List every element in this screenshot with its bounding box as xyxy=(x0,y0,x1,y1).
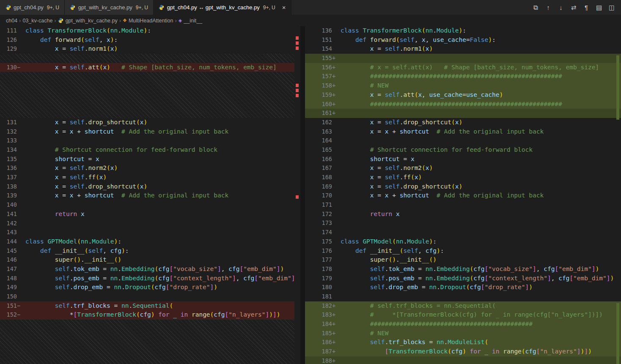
code-line[interactable]: 141 return x xyxy=(0,210,294,219)
code-line[interactable]: 177 super().__init__() xyxy=(305,255,621,265)
code-line[interactable]: 144class GPTModel(nn.Module): xyxy=(0,237,294,246)
code-line[interactable]: 175class GPTModel(nn.Module): xyxy=(305,237,621,246)
tab-title: gpt_ch04.py xyxy=(14,4,44,11)
code-line[interactable]: 146 super().__init__() xyxy=(0,255,294,265)
code-line[interactable]: 111class TransformerBlock(nn.Module): xyxy=(0,26,294,36)
code-line[interactable]: 181 xyxy=(305,292,621,301)
editor-tab[interactable]: gpt_with_kv_cache.py9+, U xyxy=(65,0,154,15)
code-line[interactable]: 166 shortcut = x xyxy=(305,155,621,164)
code-line[interactable]: 182+ # self.trf_blocks = nn.Sequential( xyxy=(305,301,621,311)
code-line[interactable]: 184+ ###################################… xyxy=(305,320,621,329)
code-line[interactable]: 185+ # NEW xyxy=(305,329,621,338)
code-line[interactable]: 164 xyxy=(305,136,621,145)
diff-filler-region xyxy=(0,72,294,118)
code-line[interactable]: 170 x = x + shortcut # Add the original … xyxy=(305,191,621,200)
tab-decoration-badge: 9+, U xyxy=(47,5,59,11)
code-line[interactable]: 183+ # *[TransformerBlock(cfg) for _ in … xyxy=(305,310,621,320)
code-line[interactable]: 176 def __init__(self, cfg): xyxy=(305,246,621,256)
next-change-icon[interactable]: ↓ xyxy=(555,3,567,13)
line-number: 136 xyxy=(0,164,17,173)
code-line[interactable]: 140 xyxy=(0,200,294,210)
code-line[interactable]: 172 return x xyxy=(305,210,621,219)
code-line[interactable]: 186+ self.trf_blocks = nn.ModuleList( xyxy=(305,338,621,347)
code-text: ########################################… xyxy=(337,100,621,109)
code-line[interactable]: 130− x = self.att(x) # Shape [batch_size… xyxy=(0,63,294,72)
code-line[interactable]: 163 x = x + shortcut # Add the original … xyxy=(305,127,621,137)
code-line[interactable]: 168 x = self.ff(x) xyxy=(305,173,621,182)
code-text: def forward(self, x): xyxy=(22,36,294,45)
split-editor-icon[interactable]: ◫ xyxy=(606,3,618,13)
code-line[interactable]: 179 self.pos_emb = nn.Embedding(cfg["con… xyxy=(305,274,621,283)
breadcrumb-item[interactable]: ch04 xyxy=(6,18,17,24)
code-line[interactable]: 139 x = x + shortcut # Add the original … xyxy=(0,191,294,200)
code-line[interactable]: 155+ xyxy=(305,54,621,63)
code-line[interactable]: 157+ ###################################… xyxy=(305,72,621,81)
code-line[interactable]: 173 xyxy=(305,219,621,228)
breadcrumb-item[interactable]: 03_kv-cache xyxy=(22,18,52,24)
code-line[interactable]: 161+ xyxy=(305,109,621,118)
diff-sign xyxy=(17,237,22,246)
code-line[interactable]: 151− self.trf_blocks = nn.Sequential( xyxy=(0,301,294,311)
code-line[interactable]: 137 x = self.ff(x) xyxy=(0,173,294,182)
close-tab-icon[interactable]: × xyxy=(282,4,286,11)
open-file-icon[interactable]: ▤ xyxy=(593,3,605,13)
diff-sign xyxy=(332,182,337,192)
code-line[interactable]: 188+ xyxy=(305,356,621,364)
code-line[interactable]: 143 xyxy=(0,228,294,237)
code-line[interactable]: 178 self.tok_emb = nn.Embedding(cfg["voc… xyxy=(305,265,621,274)
code-line[interactable]: 131 x = self.drop_shortcut(x) xyxy=(0,118,294,127)
code-line[interactable]: 145 def __init__(self, cfg): xyxy=(0,246,294,256)
code-line[interactable]: 160+ ###################################… xyxy=(305,100,621,109)
code-line[interactable]: 147 self.tok_emb = nn.Embedding(cfg["voc… xyxy=(0,265,294,274)
left-overview-ruler[interactable] xyxy=(294,26,300,364)
line-number: 181 xyxy=(305,292,332,301)
code-line[interactable]: 152− *[TransformerBlock(cfg) for _ in ra… xyxy=(0,310,294,320)
toggle-whitespace-icon[interactable]: ¶ xyxy=(580,3,592,13)
right-overview-ruler[interactable] xyxy=(615,26,621,364)
breadcrumb-item[interactable]: ◈__init__ xyxy=(179,18,202,24)
code-line[interactable]: 133 xyxy=(0,136,294,145)
code-line[interactable]: 187+ [TransformerBlock(cfg) for _ in ran… xyxy=(305,347,621,356)
code-text: # x = self.att(x) # Shape [batch_size, n… xyxy=(337,63,621,72)
open-changes-icon[interactable]: ⧉ xyxy=(530,3,541,13)
code-line[interactable]: 169 x = self.drop_shortcut(x) xyxy=(305,182,621,192)
code-line[interactable]: 154 x = self.norm1(x) xyxy=(305,44,621,54)
code-line[interactable]: 148 self.pos_emb = nn.Embedding(cfg["con… xyxy=(0,274,294,283)
swap-sides-icon[interactable]: ⇄ xyxy=(568,3,580,13)
diff-modified-editor[interactable]: 136class TransformerBlock(nn.Module):151… xyxy=(305,26,621,364)
editor-tab[interactable]: gpt_ch04.py ↔ gpt_with_kv_cache.py9+, U× xyxy=(154,0,291,15)
code-line[interactable]: 162 x = self.drop_shortcut(x) xyxy=(305,118,621,127)
code-line[interactable]: 159+ x = self.att(x, use_cache=use_cache… xyxy=(305,90,621,100)
code-line[interactable]: 134 # Shortcut connection for feed-forwa… xyxy=(0,145,294,155)
code-line[interactable]: 138 x = self.drop_shortcut(x) xyxy=(0,182,294,192)
line-number: 159 xyxy=(305,90,332,100)
diff-sash[interactable] xyxy=(300,26,305,364)
diff-sign xyxy=(17,44,22,54)
code-line[interactable]: 171 xyxy=(305,200,621,210)
code-line[interactable]: 165 # Shortcut connection for feed-forwa… xyxy=(305,145,621,155)
code-line[interactable]: 167 x = self.norm2(x) xyxy=(305,164,621,173)
breadcrumb-item[interactable]: gpt_with_kv_cache.py xyxy=(58,18,118,24)
line-number: 168 xyxy=(305,173,332,182)
line-number: 177 xyxy=(305,255,332,265)
code-line[interactable]: 126 def forward(self, x): xyxy=(0,36,294,45)
code-text: x = self.norm2(x) xyxy=(337,164,621,173)
code-line[interactable]: 149 self.drop_emb = nn.Dropout(cfg["drop… xyxy=(0,283,294,292)
diff-original-editor[interactable]: 111class TransformerBlock(nn.Module):126… xyxy=(0,26,300,364)
code-line[interactable]: 132 x = x + shortcut # Add the original … xyxy=(0,127,294,137)
code-line[interactable]: 180 self.drop_emb = nn.Dropout(cfg["drop… xyxy=(305,283,621,292)
code-line[interactable]: 136 x = self.norm2(x) xyxy=(0,164,294,173)
code-line[interactable]: 158+ # NEW xyxy=(305,81,621,90)
breadcrumb-item[interactable]: ❖MultiHeadAttention xyxy=(123,18,173,24)
code-line[interactable]: 150 xyxy=(0,292,294,301)
code-line[interactable]: 142 xyxy=(0,219,294,228)
editor-tab[interactable]: gpt_ch04.py9+, U xyxy=(0,0,65,15)
code-line[interactable]: 151 def forward(self, x, use_cache=False… xyxy=(305,36,621,45)
previous-change-icon[interactable]: ↑ xyxy=(542,3,554,13)
diff-sign xyxy=(17,274,22,283)
code-line[interactable]: 156+ # x = self.att(x) # Shape [batch_si… xyxy=(305,63,621,72)
code-line[interactable]: 135 shortcut = x xyxy=(0,155,294,164)
code-line[interactable]: 129 x = self.norm1(x) xyxy=(0,44,294,54)
code-line[interactable]: 136class TransformerBlock(nn.Module): xyxy=(305,26,621,36)
code-line[interactable]: 174 xyxy=(305,228,621,237)
